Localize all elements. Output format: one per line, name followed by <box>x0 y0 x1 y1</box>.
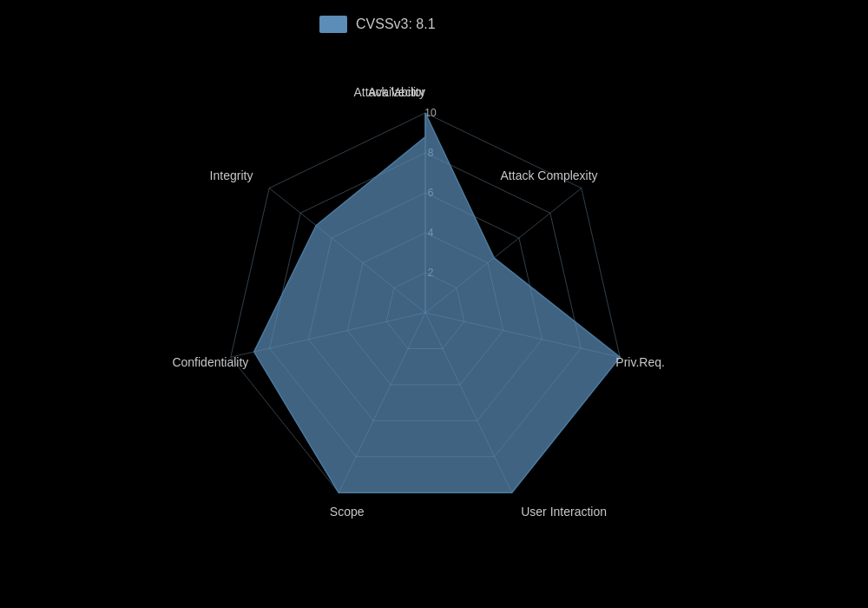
chart-container: CVSSv3: 8.1 246810Attack VectorAttack Co… <box>0 0 868 608</box>
legend-color-swatch <box>319 16 347 33</box>
axis-label: Integrity <box>210 169 253 182</box>
axis-label: Scope <box>330 505 365 519</box>
axis-label: Attack Complexity <box>501 169 598 182</box>
axis-label: Availability <box>368 85 425 99</box>
axis-label: Confidentiality <box>172 355 248 369</box>
legend-label: CVSSv3: 8.1 <box>356 17 436 31</box>
axis-label: User Interaction <box>521 505 607 519</box>
axis-label: Priv.Req. <box>615 355 665 369</box>
